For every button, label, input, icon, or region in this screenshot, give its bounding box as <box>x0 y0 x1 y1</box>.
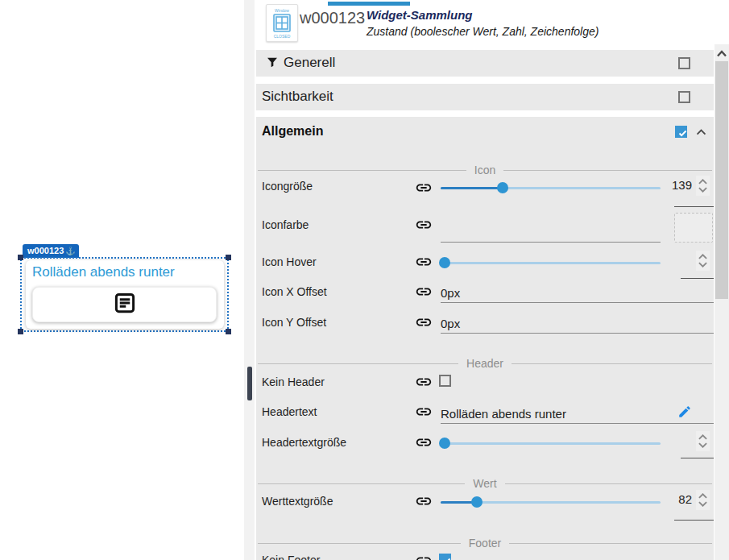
section-sichtbarkeit-label: Sichtbarkeit <box>262 89 333 105</box>
prop-iconfarbe-label: Iconfarbe <box>262 218 309 231</box>
prop-icon-hover-label: Icon Hover <box>262 255 317 268</box>
widget-properties-panel: Window CLOSED w000123 Widget-Sammlung Zu… <box>256 0 715 560</box>
section-generell-checkbox[interactable] <box>678 57 690 69</box>
edit-pencil-icon[interactable] <box>677 404 692 422</box>
link-icon[interactable] <box>415 403 433 421</box>
werttextgroesse-slider-thumb[interactable] <box>471 496 483 508</box>
underline <box>681 458 714 458</box>
widget-button[interactable] <box>32 287 217 322</box>
kein-header-checkbox[interactable] <box>439 375 451 387</box>
underline <box>441 302 714 303</box>
view-canvas[interactable]: w000123 ⚓ Rolläden abends runter <box>0 0 244 560</box>
link-icon[interactable] <box>415 283 433 301</box>
link-icon[interactable] <box>415 433 433 451</box>
prop-headertextgroesse-label: Headertextgröße <box>262 436 346 449</box>
resize-handle-bottom-right[interactable] <box>226 329 231 334</box>
icon-hover-slider-thumb[interactable] <box>439 257 450 268</box>
widget-header-text: Rolläden abends runter <box>26 260 224 280</box>
widget-id-heading: w000123 <box>300 9 365 27</box>
prop-icongroesse-label: Icongröße <box>262 180 313 193</box>
group-divider-icon: Icon <box>258 164 712 176</box>
icon-hover-slider[interactable] <box>441 262 661 264</box>
link-icon[interactable] <box>415 253 433 271</box>
icon-x-offset-input[interactable]: 0px <box>441 286 460 300</box>
icon-y-offset-input[interactable]: 0px <box>441 317 460 330</box>
group-icon-label: Icon <box>474 164 495 176</box>
resize-handle-top-left[interactable] <box>18 255 23 260</box>
link-icon[interactable] <box>415 492 433 510</box>
underline <box>674 520 714 521</box>
collapse-chevron-icon[interactable] <box>694 126 708 143</box>
werttextgroesse-value[interactable]: 82 <box>671 492 692 506</box>
prop-icon-x-label: Icon X Offset <box>262 285 327 298</box>
anchor-icon: ⚓ <box>65 244 75 258</box>
section-generell[interactable]: Generell <box>256 50 714 77</box>
prop-kein-footer-label: Kein Footer <box>262 554 320 560</box>
panel-scrollbar-thumb[interactable] <box>715 61 728 299</box>
widget-subtitle: Zustand (boolescher Wert, Zahl, Zeichenf… <box>367 25 599 38</box>
link-icon[interactable] <box>415 313 433 331</box>
resize-handle-top-right[interactable] <box>226 255 231 260</box>
group-divider-wert: Wert <box>258 477 712 490</box>
active-tab-indicator <box>328 2 410 6</box>
underline <box>681 278 714 279</box>
group-wert-label: Wert <box>473 477 496 490</box>
link-icon[interactable] <box>415 179 433 197</box>
prop-kein-header-label: Kein Header <box>262 375 325 388</box>
group-footer-label: Footer <box>469 537 501 550</box>
headertextgroesse-slider-thumb[interactable] <box>439 438 450 449</box>
section-allgemein: Allgemein Icon Icongröße 139 <box>256 117 714 560</box>
window-icon <box>272 13 292 34</box>
iconfarbe-input[interactable] <box>441 242 661 243</box>
underline <box>674 206 714 207</box>
iconfarbe-color-swatch[interactable] <box>674 213 713 243</box>
panel-scrollbar[interactable] <box>715 44 729 560</box>
section-allgemein-label[interactable]: Allgemein <box>262 124 323 139</box>
group-header-label: Header <box>466 357 503 370</box>
icongroesse-slider-thumb[interactable] <box>497 182 508 193</box>
headertextgroesse-slider[interactable] <box>441 442 661 445</box>
werttextgroesse-stepper[interactable] <box>696 490 710 510</box>
section-sichtbarkeit-checkbox[interactable] <box>678 91 690 103</box>
splitter-scrollbar-thumb[interactable] <box>247 367 252 400</box>
resize-handle-bottom-left[interactable] <box>18 329 23 334</box>
widget-preview[interactable]: Rolläden abends runter <box>26 260 224 329</box>
widget-icon-bottom-label: CLOSED <box>274 34 291 39</box>
section-generell-label: Generell <box>284 55 335 71</box>
icon-hover-stepper[interactable] <box>696 251 710 271</box>
widget-id-label: w000123 <box>27 244 64 258</box>
prop-icon-y-label: Icon Y Offset <box>262 316 326 329</box>
werttextgroesse-slider[interactable] <box>441 501 661 504</box>
prop-werttextgroesse-label: Werttextgröße <box>262 495 333 508</box>
group-divider-footer: Footer <box>258 537 712 550</box>
link-icon[interactable] <box>415 216 433 234</box>
headertextgroesse-stepper[interactable] <box>696 431 710 451</box>
splitter-track <box>244 0 255 560</box>
headertext-input[interactable]: Rolläden abends runter <box>441 407 566 421</box>
widget-type-icon: Window CLOSED <box>266 4 298 42</box>
filter-icon <box>266 56 279 72</box>
icongroesse-slider[interactable] <box>441 187 661 189</box>
link-icon[interactable] <box>415 552 433 560</box>
vis-editor: w000123 ⚓ Rolläden abends runter <box>0 0 729 560</box>
icongroesse-value[interactable]: 139 <box>671 178 692 192</box>
blinds-icon <box>113 291 137 318</box>
underline <box>441 423 714 424</box>
widget-id-tag[interactable]: w000123 ⚓ <box>23 244 79 258</box>
underline <box>441 333 714 334</box>
prop-headertext-label: Headertext <box>262 405 317 418</box>
section-sichtbarkeit[interactable]: Sichtbarkeit <box>256 84 714 110</box>
link-icon[interactable] <box>415 373 433 391</box>
group-divider-header: Header <box>258 357 712 370</box>
kein-footer-checkbox[interactable] <box>439 554 451 560</box>
widget-collection-title: Widget-Sammlung <box>367 8 473 22</box>
icongroesse-stepper[interactable] <box>696 176 710 196</box>
scroll-up-arrow-icon[interactable] <box>715 46 729 60</box>
section-allgemein-checkbox[interactable] <box>675 126 687 138</box>
